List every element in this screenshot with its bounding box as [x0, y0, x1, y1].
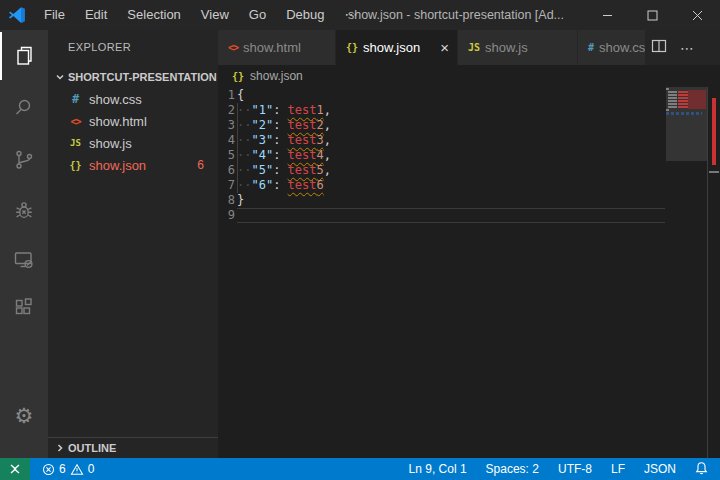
remote-icon — [8, 462, 22, 476]
tab-show-html[interactable]: <> show.html — [218, 30, 336, 65]
activity-source-control-button[interactable] — [0, 136, 48, 184]
code-line[interactable]: 8 } — [218, 193, 666, 208]
activity-debug-button[interactable] — [0, 186, 48, 234]
files-explorer-icon — [13, 44, 37, 68]
status-bar: 6 0 Ln 9, Col 1 Spaces: 2 UTF-8 LF JSON — [0, 458, 720, 480]
extensions-icon — [12, 296, 36, 320]
activity-bar: ⚙ — [0, 30, 48, 458]
menu-file[interactable]: File — [34, 0, 75, 30]
code-line[interactable]: 4 ··"3": test3, — [218, 133, 666, 148]
file-name: show.js — [89, 136, 132, 151]
html-file-icon: <> — [68, 116, 83, 127]
window-controls — [585, 0, 720, 30]
tab-close-icon[interactable]: × — [434, 39, 449, 56]
breadcrumb[interactable]: {} show.json — [218, 65, 720, 87]
encoding-setting[interactable]: UTF-8 — [558, 462, 592, 476]
outline-section-header[interactable]: OUTLINE — [48, 437, 218, 458]
code-line[interactable]: 1 { — [218, 88, 666, 103]
activity-extensions-button[interactable] — [0, 284, 48, 332]
outline-label: OUTLINE — [68, 442, 116, 454]
json-file-icon: {} — [346, 42, 358, 53]
breadcrumb-file: show.json — [250, 69, 303, 83]
file-name: show.css — [89, 92, 142, 107]
file-list: # show.css <> show.html JS show.js {} sh… — [48, 88, 218, 176]
eol-setting[interactable]: LF — [611, 462, 625, 476]
current-line-highlight — [237, 208, 665, 223]
error-count-badge: 6 — [197, 158, 204, 172]
file-item-show-json[interactable]: {} show.json 6 — [48, 154, 218, 176]
code-line[interactable]: 5 ··"4": test4, — [218, 148, 666, 163]
remote-indicator[interactable] — [0, 458, 30, 480]
file-name: show.json — [89, 158, 146, 173]
minimize-button[interactable] — [585, 0, 630, 30]
tab-label: show.html — [243, 40, 301, 55]
activity-remote-explorer-button[interactable] — [0, 236, 48, 284]
minimap-squiggle-strip — [666, 112, 702, 115]
menu-selection[interactable]: Selection — [117, 0, 190, 30]
maximize-button[interactable] — [630, 0, 675, 30]
code-line[interactable]: 6 ··"5": test5, — [218, 163, 666, 178]
remote-explorer-icon — [12, 248, 36, 272]
debug-icon — [12, 198, 36, 222]
tab-bar: <> show.html {} show.json × JS show.js #… — [218, 30, 720, 65]
html-file-icon: <> — [228, 42, 238, 53]
menu-debug[interactable]: Debug — [276, 0, 334, 30]
tab-label: show.css — [599, 40, 646, 55]
file-name: show.html — [89, 114, 147, 129]
tab-show-css[interactable]: # show.css — [578, 30, 646, 65]
json-file-icon: {} — [232, 71, 244, 82]
activity-explorer-button[interactable] — [0, 32, 48, 80]
menu-bar: File Edit Selection View Go Debug ⋯ — [34, 0, 367, 30]
more-actions-icon[interactable]: ⋯ — [680, 40, 695, 56]
tab-label: show.json — [363, 40, 420, 55]
vscode-window: File Edit Selection View Go Debug ⋯ show… — [0, 0, 720, 480]
menu-go[interactable]: Go — [239, 0, 276, 30]
problems-indicator[interactable]: 6 0 — [42, 462, 94, 476]
js-file-icon: JS — [468, 42, 480, 53]
status-right: Ln 9, Col 1 Spaces: 2 UTF-8 LF JSON — [409, 461, 720, 478]
code-editor[interactable]: 1 { 2 ··"1": test1, 3 ··"2": test2, 4 ··… — [218, 87, 720, 458]
line-number: 6 — [218, 163, 235, 178]
indentation-setting[interactable]: Spaces: 2 — [486, 462, 539, 476]
explorer-title: EXPLORER — [68, 41, 131, 53]
code-line[interactable]: 2 ··"1": test1, — [218, 103, 666, 118]
overview-error-marks — [712, 98, 716, 165]
overview-ruler[interactable] — [707, 87, 720, 458]
title-bar: File Edit Selection View Go Debug ⋯ show… — [0, 0, 720, 30]
file-item-show-css[interactable]: # show.css — [48, 88, 218, 110]
warning-count: 0 — [88, 462, 95, 476]
activity-settings-button[interactable]: ⚙ — [0, 392, 48, 440]
notifications-bell-icon[interactable] — [695, 461, 708, 478]
menu-view[interactable]: View — [191, 0, 239, 30]
activity-search-button[interactable] — [0, 84, 48, 132]
error-icon — [42, 463, 55, 476]
warning-icon — [70, 463, 84, 476]
cursor-position[interactable]: Ln 9, Col 1 — [409, 462, 467, 476]
line-number: 4 — [218, 133, 235, 148]
chevron-down-icon — [52, 72, 68, 82]
folder-name: SHORTCUT-PRESENTATION — [68, 71, 217, 83]
menu-edit[interactable]: Edit — [75, 0, 117, 30]
file-item-show-js[interactable]: JS show.js — [48, 132, 218, 154]
vscode-logo-icon — [0, 6, 34, 24]
line-number: 2 — [218, 103, 235, 118]
line-number: 9 — [218, 208, 235, 223]
line-number: 5 — [218, 148, 235, 163]
close-button[interactable] — [675, 0, 720, 30]
tab-show-js[interactable]: JS show.js — [458, 30, 578, 65]
language-mode[interactable]: JSON — [644, 462, 676, 476]
file-item-show-html[interactable]: <> show.html — [48, 110, 218, 132]
search-icon — [12, 96, 36, 120]
minimap — [666, 87, 707, 458]
editor-group: <> show.html {} show.json × JS show.js #… — [218, 30, 720, 458]
code-line[interactable]: 7 ··"6": test6 — [218, 178, 666, 193]
explorer-sidebar: EXPLORER SHORTCUT-PRESENTATION # show.cs… — [48, 30, 218, 458]
line-number: 3 — [218, 118, 235, 133]
code-lines: 1 { 2 ··"1": test1, 3 ··"2": test2, 4 ··… — [218, 88, 666, 223]
code-line[interactable]: 3 ··"2": test2, — [218, 118, 666, 133]
line-number: 1 — [218, 88, 235, 103]
folder-section-header[interactable]: SHORTCUT-PRESENTATION — [48, 66, 218, 88]
split-editor-icon[interactable] — [651, 38, 667, 58]
tab-show-json[interactable]: {} show.json × — [336, 30, 458, 65]
css-file-icon: # — [68, 92, 83, 106]
